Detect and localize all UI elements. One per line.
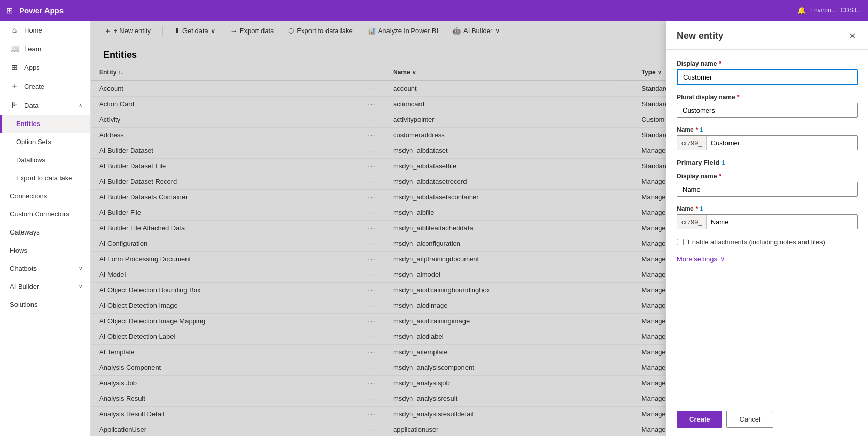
grid-icon[interactable]: ⊞ (6, 6, 13, 15)
sidebar-item-apps[interactable]: ⊞ Apps (0, 58, 90, 76)
name-input-row: cr799_ (677, 135, 858, 150)
ai-builder-chevron-icon: ∨ (79, 284, 82, 289)
sidebar-label-home: Home (24, 26, 42, 34)
sidebar-item-custom-connectors[interactable]: Custom Connectors (0, 205, 90, 223)
sidebar-label-chatbots: Chatbots (10, 264, 37, 272)
sidebar-item-dataflows[interactable]: Dataflows (0, 151, 90, 169)
sidebar-item-chatbots[interactable]: Chatbots ∨ (0, 259, 90, 277)
create-button[interactable]: Create (677, 411, 722, 428)
sidebar-item-connections[interactable]: Connections (0, 187, 90, 205)
display-name-label: Display name * (677, 60, 858, 67)
name-info-icon[interactable]: ℹ (700, 126, 703, 133)
env-label: Environ... (810, 7, 836, 14)
panel-title: New entity (677, 30, 723, 41)
apps-icon: ⊞ (10, 63, 19, 71)
chatbots-chevron-icon: ∨ (79, 266, 82, 271)
home-icon: ⌂ (10, 26, 19, 34)
display-name-input[interactable] (677, 69, 858, 85)
sidebar: ⌂ Home 📖 Learn ⊞ Apps ＋ Create 🗄 Data ∧ … (0, 21, 91, 436)
sidebar-label-ai-builder: AI Builder (10, 283, 39, 290)
plural-display-name-label: Plural display name * (677, 94, 858, 101)
create-icon: ＋ (10, 82, 19, 91)
env-name: CDST... (841, 7, 862, 14)
sidebar-item-flows[interactable]: Flows (0, 241, 90, 259)
sidebar-label-entities: Entities (16, 120, 40, 128)
panel-footer: Create Cancel (667, 402, 868, 436)
enable-attachments-row: Enable attachments (including notes and … (677, 238, 858, 247)
sidebar-label-learn: Learn (24, 45, 41, 53)
sidebar-label-flows: Flows (10, 246, 27, 254)
sidebar-label-gateways: Gateways (10, 228, 40, 236)
more-settings-label: More settings (677, 255, 717, 263)
sidebar-label-option-sets: Option Sets (16, 138, 51, 146)
primary-name-label: Name * ℹ (677, 205, 858, 212)
sidebar-label-connections: Connections (10, 192, 47, 200)
topbar: ⊞ Power Apps 🔔 Environ... CDST... (0, 0, 868, 21)
content-area: ＋ + New entity ⬇ Get data ∨ → Export dat… (91, 21, 868, 436)
sidebar-item-create[interactable]: ＋ Create (0, 76, 90, 96)
panel-body: Display name * Plural display name * (667, 50, 868, 402)
name-prefix: cr799_ (677, 136, 707, 150)
sidebar-item-ai-builder[interactable]: AI Builder ∨ (0, 277, 90, 295)
primary-display-name-input[interactable] (677, 182, 858, 197)
primary-name-group: Name * ℹ cr799_ (677, 205, 858, 229)
notification-icon[interactable]: 🔔 (797, 6, 806, 14)
enable-attachments-label: Enable attachments (including notes and … (688, 238, 825, 247)
plural-display-name-input[interactable] (677, 103, 858, 118)
new-entity-panel: New entity ✕ Display name * Plural displ… (667, 21, 868, 436)
sidebar-label-export-lake: Export to data lake (16, 174, 72, 182)
data-chevron-icon: ∧ (79, 103, 82, 108)
primary-display-name-label: Display name * (677, 173, 858, 180)
primary-display-name-group: Display name * (677, 173, 858, 197)
more-settings-chevron: ∨ (720, 255, 725, 263)
primary-name-input-row: cr799_ (677, 214, 858, 229)
more-settings-toggle[interactable]: More settings ∨ (677, 255, 858, 263)
name-label: Name * ℹ (677, 126, 858, 133)
sidebar-label-create: Create (24, 83, 44, 90)
cancel-button[interactable]: Cancel (726, 411, 773, 428)
sidebar-item-home[interactable]: ⌂ Home (0, 21, 90, 39)
primary-name-prefix: cr799_ (677, 215, 707, 229)
name-input[interactable] (707, 136, 857, 150)
topbar-left: ⊞ Power Apps (6, 6, 64, 15)
plural-display-name-group: Plural display name * (677, 94, 858, 118)
panel-header: New entity ✕ (667, 21, 868, 50)
learn-icon: 📖 (10, 44, 19, 53)
sidebar-label-data: Data (24, 102, 38, 110)
primary-field-info-icon[interactable]: ℹ (722, 159, 725, 166)
primary-name-input[interactable] (707, 215, 857, 229)
sidebar-item-data[interactable]: 🗄 Data ∧ (0, 96, 90, 115)
sidebar-item-solutions[interactable]: Solutions (0, 295, 90, 314)
app-name: Power Apps (19, 6, 64, 15)
sidebar-label-dataflows: Dataflows (16, 156, 45, 164)
primary-field-heading: Primary Field ℹ (677, 159, 858, 166)
main-layout: ⌂ Home 📖 Learn ⊞ Apps ＋ Create 🗄 Data ∧ … (0, 21, 868, 436)
topbar-right: 🔔 Environ... CDST... (797, 6, 862, 14)
sidebar-item-gateways[interactable]: Gateways (0, 223, 90, 241)
sidebar-item-learn[interactable]: 📖 Learn (0, 39, 90, 58)
display-name-group: Display name * (677, 60, 858, 85)
data-icon: 🗄 (10, 101, 19, 110)
sidebar-item-export-lake[interactable]: Export to data lake (0, 169, 90, 187)
enable-attachments-checkbox[interactable] (677, 239, 684, 245)
sidebar-label-custom-connectors: Custom Connectors (10, 210, 69, 218)
sidebar-label-solutions: Solutions (10, 301, 37, 308)
primary-name-info-icon[interactable]: ℹ (700, 205, 703, 212)
name-group: Name * ℹ cr799_ (677, 126, 858, 150)
panel-close-button[interactable]: ✕ (847, 29, 858, 43)
sidebar-item-entities[interactable]: Entities (0, 115, 90, 133)
sidebar-item-option-sets[interactable]: Option Sets (0, 133, 90, 151)
sidebar-label-apps: Apps (24, 64, 40, 71)
